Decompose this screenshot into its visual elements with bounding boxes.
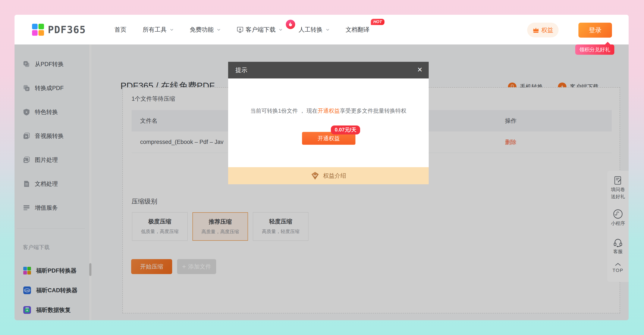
nav-item-client-download[interactable]: 客户端下载 — [237, 26, 282, 34]
modal-message-prefix: 当前可转换1份文件 ， 现在 — [250, 108, 318, 114]
brand-logo[interactable]: PDF365 — [32, 15, 86, 45]
chevron-down-icon — [170, 29, 174, 31]
nav-label: 免费功能 — [190, 26, 214, 34]
crown-icon — [532, 27, 539, 33]
open-benefits-button-label: 开通权益 — [318, 135, 340, 142]
open-benefits-link[interactable]: 开通权益 — [318, 108, 340, 114]
benefits-label: 权益 — [542, 26, 554, 34]
benefits-intro-label: 权益介绍 — [323, 172, 346, 180]
nav-label: 客户端下载 — [246, 26, 276, 34]
nav-item-free-features[interactable]: 免费功能 — [190, 26, 220, 34]
chevron-down-icon — [217, 29, 220, 31]
modal-message-suffix: 享受更多文件批量转换特权 — [340, 108, 406, 114]
brand-logo-icon — [32, 24, 44, 36]
nav-label: 所有工具 — [143, 26, 166, 34]
nav-item-doc-translate[interactable]: 文档翻译 HOT — [346, 26, 370, 34]
nav-label: 人工转换 — [298, 26, 322, 34]
top-navbar: PDF365 首页 所有工具 免费功能 — [14, 15, 628, 45]
brand-logo-text: PDF365 — [48, 24, 86, 36]
page-card: PDF365 首页 所有工具 免费功能 — [14, 15, 628, 320]
modal-title: 提示 — [236, 62, 247, 79]
modal-cta-area: 0.07元/天 开通权益 — [302, 126, 370, 147]
points-gift-label: 领积分兑好礼 — [580, 46, 610, 53]
login-button[interactable]: 登录 — [578, 23, 612, 38]
chevron-down-icon — [279, 29, 282, 31]
hot-badge: HOT — [371, 19, 384, 25]
nav-label: 文档翻译 — [346, 26, 370, 34]
monitor-download-icon — [237, 26, 244, 33]
benefits-intro-bar[interactable]: 权益介绍 — [228, 167, 429, 184]
main-nav: 首页 所有工具 免费功能 客户端下载 — [114, 15, 370, 45]
fire-icon — [286, 20, 295, 29]
nav-item-manual-convert[interactable]: 人工转换 — [298, 26, 329, 34]
points-gift-tooltip[interactable]: 领积分兑好礼 — [575, 45, 614, 55]
notice-modal: 提示 × 当前可转换1份文件 ， 现在开通权益享受更多文件批量转换特权 0.07… — [228, 62, 429, 184]
medal-chevron-icon — [311, 171, 319, 180]
close-icon[interactable]: × — [417, 65, 422, 74]
chevron-down-icon — [326, 29, 329, 31]
modal-message: 当前可转换1份文件 ， 现在开通权益享受更多文件批量转换特权 — [228, 107, 429, 115]
modal-header: 提示 × — [228, 62, 429, 79]
benefits-button[interactable]: 权益 — [527, 23, 558, 38]
nav-item-home[interactable]: 首页 — [114, 26, 126, 34]
nav-label: 首页 — [114, 26, 126, 34]
login-label: 登录 — [589, 26, 602, 35]
nav-item-all-tools[interactable]: 所有工具 — [143, 26, 174, 34]
price-badge: 0.07元/天 — [331, 126, 360, 134]
